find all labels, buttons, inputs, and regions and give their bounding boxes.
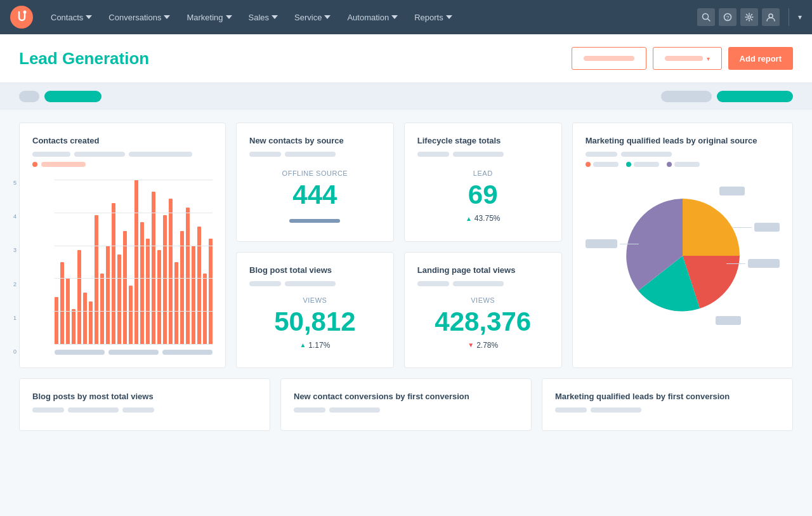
landing-page-views-card: Landing page total views VIEWS 428,376 ▼… (404, 252, 562, 369)
new-contacts-source-card: New contacts by source OFFLINE SOURCE 44… (236, 122, 394, 242)
pie-right-top-skel (754, 223, 780, 232)
pie-legend-dots (586, 162, 780, 167)
bar-4 (77, 250, 81, 344)
contacts-chart-wrapper: 5 4 3 2 1 0 (32, 180, 213, 355)
hubspot-logo[interactable] (10, 6, 33, 29)
bmv-skel2 (68, 407, 119, 413)
lpv-label: VIEWS (417, 296, 549, 304)
bar-22 (180, 231, 184, 344)
pie-label-right-middle (726, 259, 780, 268)
nav-search-btn[interactable] (697, 8, 715, 26)
ncc-skel2 (329, 407, 380, 413)
ncs-skel1 (249, 152, 281, 157)
lifecycle-stage-card: Lifecycle stage totals LEAD 69 ▲ 43.75% (404, 122, 562, 242)
chart-y-labels: 5 4 3 2 1 0 (13, 180, 16, 355)
contacts-skel-row2 (32, 162, 213, 167)
filter-tag-teal[interactable] (44, 91, 102, 102)
nav-collapse-btn[interactable]: ▾ (798, 13, 802, 22)
skel-bar3 (129, 152, 192, 157)
bar-3 (72, 309, 75, 345)
nav-help-btn[interactable]: ? (719, 8, 737, 26)
blog-most-title: Blog posts by most total views (32, 392, 257, 401)
pie-legend-orange (586, 162, 619, 167)
top-card-grid: Contacts created 5 4 3 2 1 0 (19, 122, 793, 368)
mql-source-card: Marketing qualified leads by original so… (572, 122, 793, 368)
new-contact-conv-card: New contact conversions by first convers… (280, 378, 532, 431)
bar-8 (100, 274, 104, 344)
date-range-filter-btn[interactable] (572, 47, 646, 70)
contacts-skel-row1 (32, 152, 213, 157)
nav-item-conversations[interactable]: Conversations (101, 9, 178, 26)
ncs-skel2 (285, 152, 336, 157)
pie-label-bottom (716, 316, 741, 325)
bar-11 (117, 255, 121, 344)
header-actions: ▾ Add report (572, 47, 793, 70)
svg-point-0 (10, 6, 33, 29)
bpv-skel1 (249, 281, 281, 286)
mfc-title: Marketing qualified leads by first conve… (555, 392, 780, 401)
pie-right-mid-group (726, 259, 780, 268)
ncc-skel-row (294, 407, 518, 413)
pie-right-mid-skel (748, 259, 780, 268)
bar-2 (66, 278, 70, 344)
pie-label-top (719, 187, 745, 195)
lpv-value: 428,376 (417, 307, 549, 337)
lifecycle-title: Lifecycle stage totals (417, 136, 549, 145)
nav-settings-btn[interactable] (740, 8, 758, 26)
ls-skel2 (453, 152, 504, 157)
y-label-2: 2 (13, 281, 16, 288)
blog-most-views-card: Blog posts by most total views (19, 378, 270, 431)
nav-divider (789, 8, 789, 26)
nav-item-sales[interactable]: Sales (241, 9, 286, 26)
bar-14 (134, 180, 138, 344)
ncs-source: OFFLINE SOURCE (249, 169, 381, 177)
filter-pill-teal2[interactable] (717, 91, 793, 102)
mql-first-conv-card: Marketing qualified leads by first conve… (542, 378, 793, 431)
bar-27 (209, 239, 213, 345)
mql-skel1 (586, 152, 617, 157)
bar-0 (55, 297, 58, 344)
compare-filter-btn[interactable]: ▾ (653, 47, 722, 70)
svg-point-7 (769, 14, 773, 18)
svg-line-3 (708, 19, 710, 22)
bpv-label: VIEWS (249, 296, 381, 304)
pie-right-top-group (733, 223, 780, 232)
y-label-3: 3 (13, 247, 16, 253)
bar-24 (192, 246, 195, 344)
skel-bar2 (74, 152, 125, 157)
bar-26 (203, 274, 207, 344)
pie-left-skel (586, 239, 617, 248)
ncc-title: New contact conversions by first convers… (294, 392, 518, 401)
nav-item-service[interactable]: Service (287, 9, 338, 26)
nav-items: Contacts Conversations Marketing Sales S… (43, 9, 697, 26)
nav-item-marketing[interactable]: Marketing (179, 9, 239, 26)
bar-23 (186, 208, 190, 344)
x-label-3 (162, 350, 213, 355)
lp-title: Landing page total views (417, 265, 549, 275)
pie-label-left-group (586, 239, 639, 248)
bar-10 (112, 203, 115, 344)
pie-chart-area (586, 173, 780, 338)
bpv-change: ▲ 1.17% (249, 341, 381, 350)
pie-left-line (620, 244, 639, 244)
legend-dot-teal (626, 162, 631, 167)
new-contacts-source-title: New contacts by source (249, 136, 381, 145)
ncc-skel1 (294, 407, 325, 413)
nav-item-contacts[interactable]: Contacts (43, 9, 100, 26)
bpv-arrow: ▲ (299, 341, 306, 348)
bmv-skel1 (32, 407, 64, 413)
pie-label-right-top (733, 223, 780, 232)
nav-profile-btn[interactable] (762, 8, 780, 26)
ls-skel-row (417, 152, 549, 157)
page-title: Lead Generation (19, 49, 149, 69)
bpv-skel2 (285, 281, 336, 286)
nav-item-reports[interactable]: Reports (407, 9, 460, 26)
add-report-btn[interactable]: Add report (728, 47, 793, 70)
main-content: Contacts created 5 4 3 2 1 0 (0, 110, 812, 454)
bar-6 (89, 301, 93, 344)
legend-label-3 (674, 162, 700, 167)
h-line-0 (55, 180, 213, 180)
pie-right-top-line (733, 227, 752, 228)
bar-18 (157, 250, 161, 344)
nav-item-automation[interactable]: Automation (339, 9, 405, 26)
